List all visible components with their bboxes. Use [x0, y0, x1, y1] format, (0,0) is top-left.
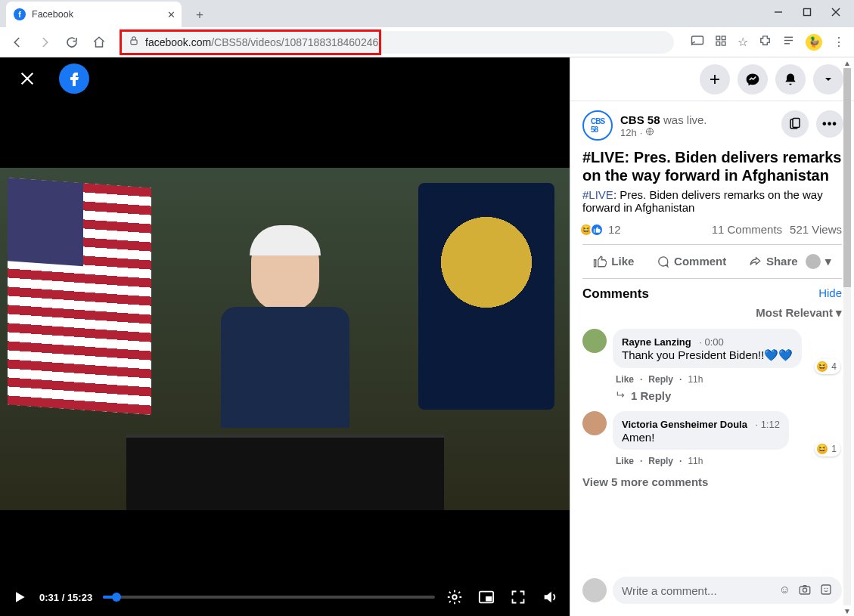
comment-text: Amen!: [622, 431, 780, 444]
my-avatar[interactable]: [582, 578, 607, 602]
svg-point-15: [452, 595, 457, 599]
comment-reply-button[interactable]: Reply: [648, 456, 673, 466]
comments-header: Comments Hide: [570, 279, 854, 305]
tab-close-button[interactable]: ✕: [167, 9, 175, 20]
comment-button[interactable]: Comment: [648, 250, 734, 273]
comment-sort-button[interactable]: Most Relevant▾: [570, 305, 854, 326]
publisher-name[interactable]: CBS 58: [620, 113, 660, 126]
comment-time: 11h: [688, 374, 703, 385]
chevron-down-icon: ▾: [836, 306, 842, 320]
comment-video-timestamp[interactable]: · 0:00: [699, 336, 724, 348]
address-bar[interactable]: facebook.com/CBS58/videos/10871883184602…: [120, 31, 674, 54]
back-button[interactable]: [6, 31, 29, 54]
reload-button[interactable]: [61, 31, 83, 54]
right-pane: CBS58 CBS 58 was live. 12h · •: [570, 57, 854, 616]
comment-bubble: Victoria Gensheimer Doula · 1:12 Amen!: [613, 411, 789, 450]
svg-rect-8: [716, 42, 720, 45]
play-button[interactable]: [11, 588, 29, 606]
comment-text: Thank you President Biden!!💙💙: [622, 348, 793, 362]
commenter-name[interactable]: Victoria Gensheimer Doula: [622, 419, 747, 430]
reaction-row: 😆 12 11 Comments 521 Views: [570, 220, 854, 244]
view-replies-button[interactable]: 1 Reply: [570, 389, 854, 408]
comment-reaction-badge[interactable]: 😆4: [815, 359, 840, 374]
toolbar-icons: ☆ 🦆 ⋮: [683, 34, 848, 51]
home-button[interactable]: [88, 31, 110, 54]
share-button[interactable]: Share▾: [741, 249, 839, 274]
bookmark-star-icon[interactable]: ☆: [738, 35, 748, 49]
video-progress-bar[interactable]: [103, 596, 435, 599]
comment-placeholder: Write a comment...: [622, 584, 717, 597]
comment-count[interactable]: 11 Comments: [712, 223, 782, 236]
sticker-icon[interactable]: [819, 583, 833, 599]
scroll-up-arrow[interactable]: ▲: [842, 57, 852, 68]
browser-menu-button[interactable]: ⋮: [833, 35, 845, 49]
post-timestamp[interactable]: 12h: [620, 127, 637, 138]
comment-item: Victoria Gensheimer Doula · 1:12 Amen! 😆…: [570, 408, 854, 453]
comment-time: 11h: [688, 456, 703, 466]
profile-extension-icon[interactable]: 🦆: [806, 34, 822, 51]
commenter-avatar[interactable]: [582, 329, 607, 353]
emoji-icon[interactable]: ☺: [779, 583, 790, 599]
reading-list-icon[interactable]: [782, 34, 795, 50]
cast-icon[interactable]: [691, 34, 704, 51]
comment-video-timestamp[interactable]: · 1:12: [755, 419, 780, 430]
svg-rect-6: [716, 36, 720, 40]
video-pane: 0:31 / 15:23: [0, 57, 570, 616]
svg-rect-17: [486, 596, 492, 601]
extensions-puzzle-icon[interactable]: [759, 34, 772, 50]
scrollbar[interactable]: ▲ ▼: [842, 57, 852, 616]
svg-rect-7: [722, 36, 725, 40]
post-status: was live.: [663, 113, 707, 126]
person-silhouette: [217, 228, 353, 425]
close-video-button[interactable]: [12, 63, 42, 94]
post-title: #LIVE: Pres. Biden delivers remarks on t…: [570, 147, 854, 188]
browser-tab[interactable]: f Facebook ✕: [6, 2, 182, 27]
svg-rect-25: [821, 585, 831, 594]
camera-icon[interactable]: [798, 583, 812, 599]
messenger-button[interactable]: [738, 64, 768, 94]
comments-label: Comments: [582, 286, 649, 302]
settings-gear-icon[interactable]: [446, 588, 464, 606]
tab-strip: f Facebook ✕ +: [0, 0, 854, 27]
notifications-button[interactable]: [775, 64, 806, 94]
comment-reply-button[interactable]: Reply: [648, 374, 673, 385]
share-avatar: [806, 254, 821, 269]
like-reaction-icon: [590, 223, 604, 237]
reaction-icons[interactable]: 😆: [582, 223, 604, 237]
view-more-comments-button[interactable]: View 5 more comments: [570, 471, 854, 493]
fullscreen-icon[interactable]: [509, 588, 527, 606]
svg-point-27: [827, 587, 828, 589]
url-text: facebook.com/CBS58/videos/10871883184602…: [145, 36, 378, 48]
scrollbar-thumb[interactable]: [843, 68, 851, 287]
extension-grid-icon[interactable]: [715, 35, 727, 50]
flag-decoration: [8, 178, 151, 414]
commenter-name[interactable]: Rayne Lanzing: [622, 336, 691, 348]
comment-actions: Like · Reply · 11h: [570, 371, 854, 389]
create-button[interactable]: [700, 64, 730, 94]
pip-icon[interactable]: [477, 588, 495, 606]
comment-input[interactable]: Write a comment... ☺: [613, 577, 842, 604]
seal-decoration: [418, 183, 554, 410]
post-description: #LIVE: Pres. Biden delivers remarks on t…: [570, 188, 854, 220]
volume-icon[interactable]: [541, 588, 559, 606]
like-button[interactable]: Like: [585, 250, 641, 273]
publisher-avatar[interactable]: CBS58: [582, 110, 613, 141]
reaction-count[interactable]: 12: [608, 223, 621, 236]
scroll-down-arrow[interactable]: ▼: [842, 605, 852, 616]
comment-bubble: Rayne Lanzing · 0:00 Thank you President…: [613, 329, 802, 368]
forward-button[interactable]: [33, 31, 56, 54]
hide-comments-button[interactable]: Hide: [818, 286, 842, 302]
new-tab-button[interactable]: +: [189, 5, 210, 26]
comment-like-button[interactable]: Like: [616, 374, 634, 385]
commenter-avatar[interactable]: [582, 411, 607, 435]
facebook-logo-icon[interactable]: [59, 63, 89, 94]
browser-window: f Facebook ✕ + facebook.com/CBS58/videos…: [0, 0, 854, 616]
svg-rect-9: [722, 42, 725, 45]
post-more-button[interactable]: •••: [816, 110, 843, 138]
comment-reaction-badge[interactable]: 😆1: [815, 441, 840, 457]
facebook-header: [570, 57, 854, 101]
video-area[interactable]: [0, 100, 570, 578]
save-collection-button[interactable]: [781, 110, 809, 138]
account-menu-button[interactable]: [813, 64, 843, 94]
comment-like-button[interactable]: Like: [616, 456, 634, 466]
